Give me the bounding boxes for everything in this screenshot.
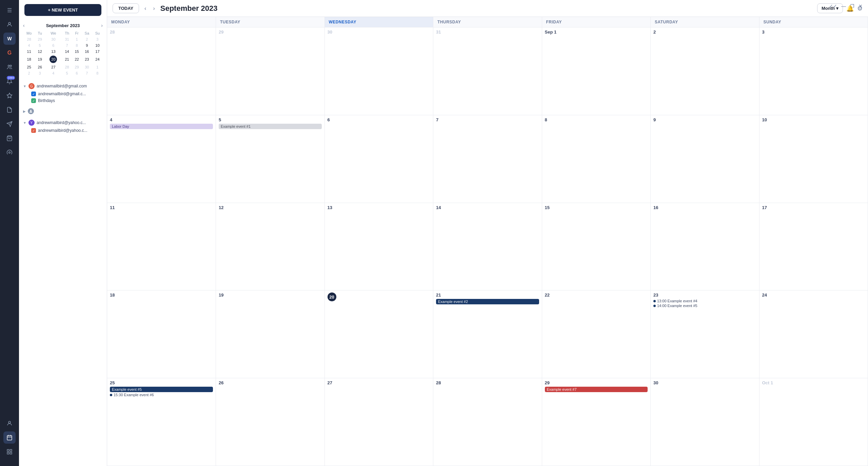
calendar-cell[interactable]: 9 (651, 115, 760, 203)
mini-cal-day[interactable]: 8 (72, 42, 81, 48)
event-pill[interactable]: Example event #7 (545, 387, 648, 392)
calendar-cell[interactable]: 2313:00 Example event #414:00 Example ev… (651, 290, 760, 378)
calendar-cell[interactable]: 5Example event #1 (216, 115, 325, 203)
gmail-calendar-checkbox[interactable]: ✓ (31, 92, 36, 96)
mini-cal-day[interactable]: 31 (62, 36, 72, 42)
people-icon-btn[interactable] (3, 61, 16, 73)
calendar-cell[interactable]: 12 (216, 203, 325, 290)
calendar-cell[interactable]: 21Example event #2 (433, 290, 542, 378)
mini-cal-day[interactable]: 25 (23, 64, 35, 70)
mini-cal-day[interactable]: 24 (92, 55, 103, 64)
mini-cal-day[interactable]: 5 (62, 70, 72, 76)
event-dot-row[interactable]: 13:00 Example event #4 (653, 299, 756, 303)
calendar-cell[interactable]: 17 (759, 203, 868, 290)
calendar-cell[interactable]: 15 (542, 203, 651, 290)
new-event-button[interactable]: + NEW EVENT (24, 4, 101, 16)
mini-cal-day[interactable]: 17 (92, 48, 103, 55)
calendar-cell[interactable]: 19 (216, 290, 325, 378)
mini-cal-day[interactable]: 19 (35, 55, 45, 64)
today-button[interactable]: TODAY (113, 3, 139, 13)
gmail-account-header[interactable]: ▼ G andrewmailbird@gmail.com (23, 82, 103, 90)
mini-cal-day[interactable]: 8 (92, 70, 103, 76)
star-icon-btn[interactable] (3, 89, 16, 102)
account-icon-btn[interactable] (3, 18, 16, 31)
calendar-cell[interactable]: 6 (324, 115, 433, 203)
yahoo-calendar-item[interactable]: ✓ andrewmailbird@yahoo.c... (23, 127, 103, 134)
calendar-cell[interactable]: 11 (107, 203, 216, 290)
prev-month-button[interactable]: ‹ (143, 4, 147, 13)
calendar-cell[interactable]: 27 (324, 378, 433, 466)
gmail-calendar-item[interactable]: ✓ andrewmailbird@gmail.c... (23, 90, 103, 97)
checkmark-btn[interactable]: ✓✓ (829, 3, 837, 9)
mini-cal-day[interactable]: 26 (35, 64, 45, 70)
mini-cal-day[interactable]: 13 (45, 48, 62, 55)
calendar-cell[interactable]: 28 (107, 27, 216, 115)
mini-cal-day[interactable]: 3 (35, 70, 45, 76)
mini-cal-day[interactable]: 1 (72, 36, 81, 42)
mini-cal-next[interactable]: › (101, 23, 103, 28)
birthdays-calendar-checkbox[interactable]: ✓ (31, 98, 36, 103)
calendar-cell[interactable]: 13 (324, 203, 433, 290)
grid-bottom-btn[interactable] (3, 446, 16, 458)
mini-cal-day[interactable]: 4 (23, 42, 35, 48)
w-app-btn[interactable]: W (3, 33, 16, 45)
notifications-icon-btn[interactable]: 1684 (3, 75, 16, 87)
mini-cal-day[interactable]: 5 (35, 42, 45, 48)
mini-cal-day[interactable]: 18 (23, 55, 35, 64)
mini-cal-day[interactable]: 29 (72, 64, 81, 70)
docs-icon-btn[interactable] (3, 104, 16, 116)
calendar-cell[interactable]: 24 (759, 290, 868, 378)
yahoo-calendar-checkbox[interactable]: ✓ (31, 128, 36, 133)
g-app-btn[interactable]: G (3, 47, 16, 59)
event-pill[interactable]: Example event #2 (436, 299, 539, 304)
calendar-cell[interactable]: 30 (324, 27, 433, 115)
calendar-cell[interactable]: 26 (216, 378, 325, 466)
mini-cal-day[interactable]: 28 (62, 64, 72, 70)
calendar-cell[interactable]: 29 (216, 27, 325, 115)
calendar-bottom-btn[interactable] (3, 431, 16, 444)
calendar-cell[interactable]: 8 (542, 115, 651, 203)
mini-cal-day[interactable]: 15 (72, 48, 81, 55)
mini-cal-day[interactable]: 10 (92, 42, 103, 48)
mini-cal-day[interactable]: 9 (82, 42, 92, 48)
menu-icon-btn[interactable]: ☰ (3, 4, 16, 16)
mini-cal-day[interactable]: 30 (82, 64, 92, 70)
mini-cal-day[interactable]: 12 (35, 48, 45, 55)
mini-cal-day[interactable]: 4 (45, 70, 62, 76)
send-icon-btn[interactable] (3, 118, 16, 130)
mini-cal-day[interactable]: 11 (23, 48, 35, 55)
calendar-cell[interactable]: 18 (107, 290, 216, 378)
mini-cal-day[interactable]: 22 (72, 55, 81, 64)
mini-cal-day[interactable]: 6 (45, 42, 62, 48)
addons-icon-btn[interactable] (3, 146, 16, 159)
mini-cal-day[interactable]: 1 (92, 64, 103, 70)
calendar-cell[interactable]: 31 (433, 27, 542, 115)
calendar-cell[interactable]: 10 (759, 115, 868, 203)
minimize-btn[interactable]: — (841, 3, 846, 9)
mini-cal-day[interactable]: 3 (92, 36, 103, 42)
event-dot-row[interactable]: 14:00 Example event #5 (653, 304, 756, 308)
calendar-cell[interactable]: 16 (651, 203, 760, 290)
calendar-cell[interactable]: 22 (542, 290, 651, 378)
calendar-cell[interactable]: Oct 1 (759, 378, 868, 466)
next-month-button[interactable]: › (152, 4, 156, 13)
event-pill[interactable]: Example event #1 (219, 124, 322, 129)
mini-cal-day[interactable]: 2 (82, 36, 92, 42)
mini-cal-day[interactable]: 16 (82, 48, 92, 55)
shopping-icon-btn[interactable] (3, 132, 16, 144)
mini-cal-day[interactable]: 30 (45, 36, 62, 42)
mini-cal-prev[interactable]: ‹ (23, 23, 25, 28)
yahoo-account-header[interactable]: ▼ Y andrewmailbird@yahoo.c... (23, 118, 103, 127)
anon-account-header[interactable]: ▶ (23, 107, 103, 116)
calendar-cell[interactable]: Sep 1 (542, 27, 651, 115)
calendar-cell[interactable]: 4Labor Day (107, 115, 216, 203)
maximize-btn[interactable]: ❐ (850, 3, 854, 9)
mini-cal-day[interactable]: 7 (82, 70, 92, 76)
profile-bottom-btn[interactable] (3, 417, 16, 429)
calendar-cell[interactable]: 14 (433, 203, 542, 290)
mini-cal-day[interactable]: 14 (62, 48, 72, 55)
calendar-cell[interactable]: 2 (651, 27, 760, 115)
mini-cal-day[interactable]: 20 (45, 55, 62, 64)
mini-cal-day[interactable]: 27 (45, 64, 62, 70)
birthdays-calendar-item[interactable]: ✓ Birthdays (23, 97, 103, 104)
